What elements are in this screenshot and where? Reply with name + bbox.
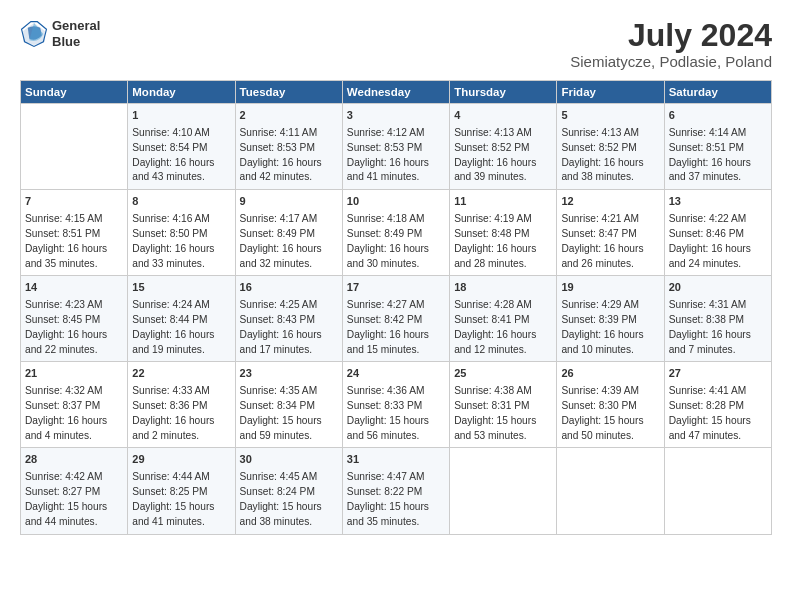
cell-line-3: and 50 minutes. [561, 430, 634, 441]
cell-line-2: Daylight: 16 hours [347, 329, 429, 340]
day-number: 24 [347, 366, 445, 382]
cell-line-0: Sunrise: 4:31 AM [669, 299, 747, 310]
cell-line-1: Sunset: 8:44 PM [132, 314, 207, 325]
cell-line-0: Sunrise: 4:42 AM [25, 471, 103, 482]
cell-line-0: Sunrise: 4:36 AM [347, 385, 425, 396]
cell-line-2: Daylight: 16 hours [454, 157, 536, 168]
col-saturday: Saturday [664, 81, 771, 104]
cell-line-1: Sunset: 8:54 PM [132, 142, 207, 153]
day-number: 15 [132, 280, 230, 296]
cell-line-0: Sunrise: 4:33 AM [132, 385, 210, 396]
day-number: 19 [561, 280, 659, 296]
cell-line-1: Sunset: 8:38 PM [669, 314, 744, 325]
cell-line-2: Daylight: 16 hours [347, 243, 429, 254]
day-number: 7 [25, 194, 123, 210]
cell-line-3: and 47 minutes. [669, 430, 742, 441]
cell-line-2: Daylight: 15 hours [561, 415, 643, 426]
cell-line-2: Daylight: 16 hours [25, 329, 107, 340]
cell-line-3: and 39 minutes. [454, 171, 527, 182]
day-number: 5 [561, 108, 659, 124]
day-number: 2 [240, 108, 338, 124]
title-block: July 2024 Siemiatycze, Podlasie, Poland [570, 18, 772, 70]
cell-line-2: Daylight: 16 hours [561, 243, 643, 254]
cell-line-2: Daylight: 15 hours [240, 501, 322, 512]
cell-line-2: Daylight: 16 hours [25, 243, 107, 254]
cell-line-2: Daylight: 15 hours [347, 501, 429, 512]
cell-line-3: and 22 minutes. [25, 344, 98, 355]
header: General Blue July 2024 Siemiatycze, Podl… [20, 18, 772, 70]
col-wednesday: Wednesday [342, 81, 449, 104]
day-number: 3 [347, 108, 445, 124]
header-row: Sunday Monday Tuesday Wednesday Thursday… [21, 81, 772, 104]
week-row-4: 21Sunrise: 4:32 AMSunset: 8:37 PMDayligh… [21, 362, 772, 448]
cell-line-1: Sunset: 8:24 PM [240, 486, 315, 497]
cell-w4-d1: 29Sunrise: 4:44 AMSunset: 8:25 PMDayligh… [128, 448, 235, 534]
cell-w1-d2: 9Sunrise: 4:17 AMSunset: 8:49 PMDaylight… [235, 190, 342, 276]
day-number: 23 [240, 366, 338, 382]
day-number: 29 [132, 452, 230, 468]
cell-line-2: Daylight: 16 hours [240, 243, 322, 254]
cell-w1-d0: 7Sunrise: 4:15 AMSunset: 8:51 PMDaylight… [21, 190, 128, 276]
cell-line-1: Sunset: 8:30 PM [561, 400, 636, 411]
cell-line-1: Sunset: 8:53 PM [240, 142, 315, 153]
week-row-2: 7Sunrise: 4:15 AMSunset: 8:51 PMDaylight… [21, 190, 772, 276]
cell-line-2: Daylight: 16 hours [669, 329, 751, 340]
cell-line-3: and 41 minutes. [132, 516, 205, 527]
cell-line-3: and 41 minutes. [347, 171, 420, 182]
day-number: 10 [347, 194, 445, 210]
cell-line-3: and 35 minutes. [347, 516, 420, 527]
cell-w0-d4: 4Sunrise: 4:13 AMSunset: 8:52 PMDaylight… [450, 104, 557, 190]
cell-line-2: Daylight: 16 hours [347, 157, 429, 168]
day-number: 14 [25, 280, 123, 296]
cell-line-3: and 32 minutes. [240, 258, 313, 269]
cell-w4-d6 [664, 448, 771, 534]
cell-w3-d2: 23Sunrise: 4:35 AMSunset: 8:34 PMDayligh… [235, 362, 342, 448]
cell-line-3: and 37 minutes. [669, 171, 742, 182]
cell-line-3: and 30 minutes. [347, 258, 420, 269]
cell-line-1: Sunset: 8:46 PM [669, 228, 744, 239]
cell-w3-d4: 25Sunrise: 4:38 AMSunset: 8:31 PMDayligh… [450, 362, 557, 448]
day-number: 31 [347, 452, 445, 468]
cell-line-0: Sunrise: 4:23 AM [25, 299, 103, 310]
cell-w3-d6: 27Sunrise: 4:41 AMSunset: 8:28 PMDayligh… [664, 362, 771, 448]
cell-line-2: Daylight: 16 hours [132, 415, 214, 426]
cell-line-2: Daylight: 16 hours [454, 329, 536, 340]
cell-line-0: Sunrise: 4:21 AM [561, 213, 639, 224]
cell-line-2: Daylight: 16 hours [561, 329, 643, 340]
cell-w0-d0 [21, 104, 128, 190]
cell-w2-d1: 15Sunrise: 4:24 AMSunset: 8:44 PMDayligh… [128, 276, 235, 362]
cell-line-2: Daylight: 16 hours [669, 157, 751, 168]
cell-w4-d4 [450, 448, 557, 534]
cell-line-0: Sunrise: 4:32 AM [25, 385, 103, 396]
day-number: 25 [454, 366, 552, 382]
day-number: 26 [561, 366, 659, 382]
subtitle: Siemiatycze, Podlasie, Poland [570, 53, 772, 70]
col-friday: Friday [557, 81, 664, 104]
main-title: July 2024 [570, 18, 772, 53]
cell-w2-d4: 18Sunrise: 4:28 AMSunset: 8:41 PMDayligh… [450, 276, 557, 362]
cell-line-1: Sunset: 8:39 PM [561, 314, 636, 325]
cell-line-3: and 38 minutes. [240, 516, 313, 527]
cell-w4-d2: 30Sunrise: 4:45 AMSunset: 8:24 PMDayligh… [235, 448, 342, 534]
cell-line-1: Sunset: 8:41 PM [454, 314, 529, 325]
cell-line-1: Sunset: 8:42 PM [347, 314, 422, 325]
cell-line-0: Sunrise: 4:16 AM [132, 213, 210, 224]
cell-line-0: Sunrise: 4:17 AM [240, 213, 318, 224]
day-number: 8 [132, 194, 230, 210]
cell-line-3: and 35 minutes. [25, 258, 98, 269]
cell-line-0: Sunrise: 4:19 AM [454, 213, 532, 224]
day-number: 4 [454, 108, 552, 124]
cell-w0-d1: 1Sunrise: 4:10 AMSunset: 8:54 PMDaylight… [128, 104, 235, 190]
cell-w3-d3: 24Sunrise: 4:36 AMSunset: 8:33 PMDayligh… [342, 362, 449, 448]
day-number: 11 [454, 194, 552, 210]
cell-line-2: Daylight: 16 hours [240, 329, 322, 340]
cell-line-1: Sunset: 8:47 PM [561, 228, 636, 239]
day-number: 17 [347, 280, 445, 296]
cell-w3-d0: 21Sunrise: 4:32 AMSunset: 8:37 PMDayligh… [21, 362, 128, 448]
cell-line-3: and 19 minutes. [132, 344, 205, 355]
cell-w3-d1: 22Sunrise: 4:33 AMSunset: 8:36 PMDayligh… [128, 362, 235, 448]
cell-w0-d3: 3Sunrise: 4:12 AMSunset: 8:53 PMDaylight… [342, 104, 449, 190]
cell-line-0: Sunrise: 4:29 AM [561, 299, 639, 310]
cell-line-3: and 4 minutes. [25, 430, 92, 441]
cell-line-2: Daylight: 15 hours [347, 415, 429, 426]
